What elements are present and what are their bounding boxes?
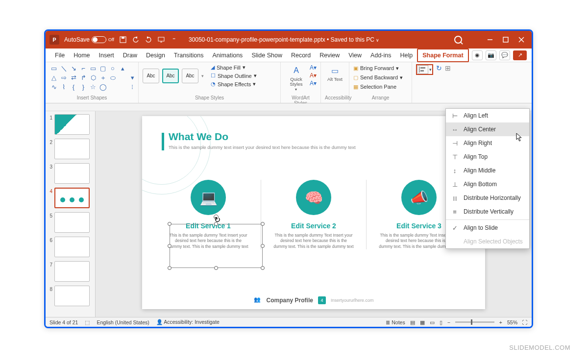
- shape-rounded-rect-icon[interactable]: ▢: [98, 64, 107, 73]
- slide-counter[interactable]: Slide 4 of 21: [49, 319, 78, 325]
- sorter-view-icon[interactable]: ▦: [420, 319, 425, 325]
- tab-view[interactable]: View: [344, 49, 366, 62]
- share-button[interactable]: ↗: [513, 50, 527, 60]
- text-outline-icon[interactable]: A▾: [310, 72, 317, 79]
- redo-icon[interactable]: [145, 36, 152, 44]
- shape-line-arrow-icon[interactable]: ↘: [69, 64, 78, 73]
- resize-handle[interactable]: [261, 222, 265, 226]
- resize-handle[interactable]: [168, 222, 172, 226]
- bring-forward-button[interactable]: ▣Bring Forward ▾: [353, 64, 408, 72]
- maximize-button[interactable]: [502, 36, 509, 43]
- shape-line-icon[interactable]: ＼: [59, 64, 68, 73]
- resize-handle[interactable]: [214, 222, 218, 226]
- resize-handle[interactable]: [261, 244, 265, 248]
- zoom-out-button[interactable]: −: [447, 319, 450, 325]
- thumbnail-panel[interactable]: 1 2 3 4 5 6 7 8: [46, 111, 96, 317]
- shape-rectangle-icon[interactable]: ▭: [89, 64, 98, 73]
- shape-brace-right-icon[interactable]: }: [79, 83, 88, 91]
- align-dropdown[interactable]: ⊢Align Left ↔Align Center ⊣Align Right ⊤…: [445, 108, 530, 249]
- comments-button[interactable]: 💬: [499, 50, 510, 60]
- accessibility-status[interactable]: 👤 Accessibility: Investigate: [156, 319, 220, 325]
- shapes-gallery[interactable]: ▭ ＼ ↘ ⌐ ▭ ▢ ○ ▴ △ ⇨ ⇄ ↱ ⬡ ＋ ⬭ ▾ ∿ ⌇ {: [49, 64, 134, 91]
- shape-connector-icon[interactable]: ⌐: [79, 64, 88, 73]
- tab-transitions[interactable]: Transitions: [170, 49, 208, 62]
- shape-star-icon[interactable]: ☆: [89, 83, 98, 91]
- thumbnail-4[interactable]: [54, 188, 90, 208]
- alt-text-button[interactable]: ▭ Alt Text: [325, 64, 345, 82]
- shape-expand2-icon[interactable]: ▾: [128, 73, 137, 82]
- shape-doublearrow-icon[interactable]: ⇄: [69, 73, 78, 82]
- slide-subtitle[interactable]: This is the sample dummy text insert you…: [169, 145, 356, 150]
- quick-styles-button[interactable]: A Quick Styles ▾: [285, 64, 308, 92]
- align-middle-item[interactable]: ↕Align Middle: [446, 164, 529, 177]
- shape-plus-icon[interactable]: ＋: [98, 73, 107, 82]
- normal-view-icon[interactable]: ▤: [410, 319, 415, 325]
- tab-animations[interactable]: Animations: [208, 49, 247, 62]
- shape-effects-button[interactable]: ◔Shape Effects ▾: [211, 81, 257, 87]
- shape-more-icon[interactable]: ⁝: [128, 83, 137, 91]
- shape-brace-left-icon[interactable]: {: [69, 83, 78, 91]
- thumbnail-6[interactable]: [54, 237, 90, 257]
- tab-draw[interactable]: Draw: [119, 49, 142, 62]
- service-2[interactable]: 🧠 Edit Service 2 This is the sample dumm…: [267, 180, 360, 249]
- shape-freeform-icon[interactable]: ⌇: [59, 83, 68, 91]
- slideshow-view-icon[interactable]: ▯: [440, 319, 442, 325]
- group-icon[interactable]: ⊞: [445, 64, 451, 72]
- shape-circle-icon[interactable]: ◯: [98, 83, 107, 91]
- toggle-icon[interactable]: [92, 36, 106, 43]
- thumbnail-3[interactable]: [54, 163, 90, 184]
- align-left-item[interactable]: ⊢Align Left: [446, 109, 529, 122]
- align-top-item[interactable]: ⊤Align Top: [446, 150, 529, 164]
- qat-overflow-icon[interactable]: ⁼: [170, 36, 178, 44]
- shape-textbox-icon[interactable]: ▭: [49, 64, 58, 73]
- tab-file[interactable]: File: [50, 49, 69, 62]
- tab-shape-format[interactable]: Shape Format: [417, 49, 468, 62]
- tab-help[interactable]: Help: [395, 49, 417, 62]
- shape-curve-icon[interactable]: ∿: [49, 83, 58, 91]
- style-preset-3[interactable]: Abc: [182, 69, 198, 83]
- distribute-horizontal-item[interactable]: ⫼Distribute Horizontally: [446, 191, 529, 205]
- thumbnail-7[interactable]: [54, 261, 90, 282]
- notes-button[interactable]: ≣ Notes: [386, 319, 405, 325]
- rotate-handle[interactable]: ↻: [214, 215, 219, 219]
- tab-review[interactable]: Review: [315, 49, 344, 62]
- distribute-vertical-item[interactable]: ≡Distribute Vertically: [446, 205, 529, 218]
- tab-record[interactable]: Record: [287, 49, 315, 62]
- language-status[interactable]: English (United States): [97, 319, 149, 325]
- rotate-icon[interactable]: ↻: [436, 64, 442, 72]
- thumbnail-5[interactable]: [54, 212, 90, 233]
- slideshow-icon[interactable]: [157, 36, 165, 44]
- minimize-button[interactable]: [487, 36, 493, 43]
- align-to-slide-item[interactable]: Align to Slide: [446, 221, 529, 235]
- shape-arrow-icon[interactable]: ⇨: [59, 73, 68, 82]
- align-button[interactable]: [417, 65, 428, 74]
- search-icon[interactable]: [454, 36, 462, 44]
- shape-callout-icon[interactable]: ⬭: [108, 73, 117, 82]
- zoom-slider[interactable]: [455, 321, 494, 323]
- slide[interactable]: What We Do This is the sample dummy text…: [142, 116, 485, 309]
- selection-box[interactable]: ↻: [170, 224, 263, 268]
- text-fill-icon[interactable]: A▾: [310, 64, 317, 71]
- resize-handle[interactable]: [261, 266, 265, 270]
- slide-title[interactable]: What We Do: [169, 131, 228, 143]
- resize-handle[interactable]: [168, 266, 172, 270]
- camera-button[interactable]: 📷: [486, 50, 496, 60]
- resize-handle[interactable]: [214, 266, 218, 270]
- send-backward-button[interactable]: ▢Send Backward ▾: [353, 73, 408, 81]
- align-bottom-item[interactable]: ⊥Align Bottom: [446, 177, 529, 191]
- shape-hexagon-icon[interactable]: ⬡: [89, 73, 98, 82]
- close-button[interactable]: [518, 36, 525, 43]
- shape-fill-button[interactable]: ◢Shape Fill ▾: [211, 64, 257, 71]
- resize-handle[interactable]: [168, 244, 172, 248]
- undo-icon[interactable]: [132, 36, 140, 44]
- tab-design[interactable]: Design: [142, 49, 170, 62]
- thumbnail-8[interactable]: [54, 286, 90, 306]
- shape-elbow-icon[interactable]: ↱: [79, 73, 88, 82]
- tab-insert[interactable]: Insert: [95, 49, 119, 62]
- autosave-toggle[interactable]: AutoSave Off: [64, 36, 114, 43]
- save-icon[interactable]: [119, 36, 127, 44]
- shape-oval-icon[interactable]: ○: [108, 64, 117, 73]
- thumbnail-2[interactable]: [54, 139, 90, 159]
- tab-addins[interactable]: Add-ins: [366, 49, 395, 62]
- shape-triangle-icon[interactable]: △: [49, 73, 58, 82]
